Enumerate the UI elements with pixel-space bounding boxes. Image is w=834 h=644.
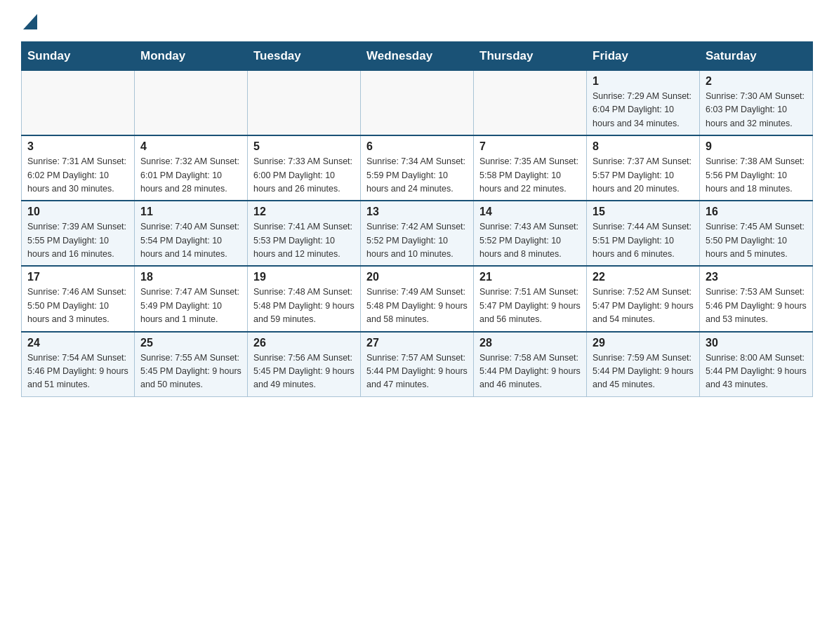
calendar-day-cell xyxy=(135,71,248,136)
day-info: Sunrise: 7:56 AM Sunset: 5:45 PM Dayligh… xyxy=(253,351,355,392)
day-number: 14 xyxy=(479,206,581,218)
day-info: Sunrise: 7:33 AM Sunset: 6:00 PM Dayligh… xyxy=(253,155,355,196)
day-info: Sunrise: 7:45 AM Sunset: 5:50 PM Dayligh… xyxy=(706,220,807,261)
day-number: 10 xyxy=(27,206,128,218)
day-of-week-header: Friday xyxy=(587,42,700,71)
calendar-week-row: 17Sunrise: 7:46 AM Sunset: 5:50 PM Dayli… xyxy=(22,266,813,331)
day-number: 25 xyxy=(140,337,241,349)
day-info: Sunrise: 7:43 AM Sunset: 5:52 PM Dayligh… xyxy=(479,220,581,261)
calendar-day-cell: 3Sunrise: 7:31 AM Sunset: 6:02 PM Daylig… xyxy=(22,135,135,201)
calendar-table: SundayMondayTuesdayWednesdayThursdayFrid… xyxy=(21,41,813,397)
day-number: 23 xyxy=(706,271,807,283)
day-info: Sunrise: 7:35 AM Sunset: 5:58 PM Dayligh… xyxy=(479,155,581,196)
calendar-day-cell: 18Sunrise: 7:47 AM Sunset: 5:49 PM Dayli… xyxy=(135,266,248,331)
calendar-day-cell: 27Sunrise: 7:57 AM Sunset: 5:44 PM Dayli… xyxy=(361,332,474,397)
calendar-day-cell: 17Sunrise: 7:46 AM Sunset: 5:50 PM Dayli… xyxy=(22,266,135,331)
day-number: 4 xyxy=(140,140,241,153)
day-of-week-header: Thursday xyxy=(474,42,587,71)
day-number: 29 xyxy=(593,337,694,349)
calendar-day-cell: 25Sunrise: 7:55 AM Sunset: 5:45 PM Dayli… xyxy=(135,332,248,397)
day-info: Sunrise: 7:34 AM Sunset: 5:59 PM Dayligh… xyxy=(366,155,468,196)
calendar-day-cell: 13Sunrise: 7:42 AM Sunset: 5:52 PM Dayli… xyxy=(361,201,474,266)
calendar-day-cell: 20Sunrise: 7:49 AM Sunset: 5:48 PM Dayli… xyxy=(361,266,474,331)
day-number: 30 xyxy=(706,337,807,349)
day-number: 20 xyxy=(366,271,468,283)
calendar-day-cell: 4Sunrise: 7:32 AM Sunset: 6:01 PM Daylig… xyxy=(135,135,248,201)
day-info: Sunrise: 7:40 AM Sunset: 5:54 PM Dayligh… xyxy=(140,220,241,261)
logo xyxy=(21,14,37,27)
day-number: 27 xyxy=(366,337,468,349)
calendar-day-cell xyxy=(248,71,361,136)
page-header xyxy=(21,14,813,27)
day-number: 8 xyxy=(593,140,694,153)
day-info: Sunrise: 7:57 AM Sunset: 5:44 PM Dayligh… xyxy=(366,351,468,392)
day-info: Sunrise: 7:48 AM Sunset: 5:48 PM Dayligh… xyxy=(253,286,355,326)
day-number: 22 xyxy=(593,271,694,283)
day-number: 11 xyxy=(140,206,241,218)
calendar-week-row: 1Sunrise: 7:29 AM Sunset: 6:04 PM Daylig… xyxy=(22,71,813,136)
day-number: 7 xyxy=(479,140,581,153)
day-number: 18 xyxy=(140,271,241,283)
day-info: Sunrise: 7:49 AM Sunset: 5:48 PM Dayligh… xyxy=(366,286,468,326)
day-info: Sunrise: 7:55 AM Sunset: 5:45 PM Dayligh… xyxy=(140,351,241,392)
calendar-day-cell: 10Sunrise: 7:39 AM Sunset: 5:55 PM Dayli… xyxy=(22,201,135,266)
calendar-day-cell: 16Sunrise: 7:45 AM Sunset: 5:50 PM Dayli… xyxy=(700,201,813,266)
day-info: Sunrise: 7:51 AM Sunset: 5:47 PM Dayligh… xyxy=(479,286,581,326)
calendar-day-cell: 23Sunrise: 7:53 AM Sunset: 5:46 PM Dayli… xyxy=(700,266,813,331)
svg-marker-0 xyxy=(23,14,37,29)
calendar-day-cell: 26Sunrise: 7:56 AM Sunset: 5:45 PM Dayli… xyxy=(248,332,361,397)
day-number: 15 xyxy=(593,206,694,218)
calendar-week-row: 24Sunrise: 7:54 AM Sunset: 5:46 PM Dayli… xyxy=(22,332,813,397)
calendar-week-row: 10Sunrise: 7:39 AM Sunset: 5:55 PM Dayli… xyxy=(22,201,813,266)
calendar-day-cell: 24Sunrise: 7:54 AM Sunset: 5:46 PM Dayli… xyxy=(22,332,135,397)
day-info: Sunrise: 8:00 AM Sunset: 5:44 PM Dayligh… xyxy=(706,351,807,392)
day-number: 24 xyxy=(27,337,128,349)
day-info: Sunrise: 7:32 AM Sunset: 6:01 PM Dayligh… xyxy=(140,155,241,196)
day-of-week-header: Wednesday xyxy=(361,42,474,71)
calendar-day-cell: 1Sunrise: 7:29 AM Sunset: 6:04 PM Daylig… xyxy=(587,71,700,136)
calendar-day-cell: 5Sunrise: 7:33 AM Sunset: 6:00 PM Daylig… xyxy=(248,135,361,201)
day-info: Sunrise: 7:29 AM Sunset: 6:04 PM Dayligh… xyxy=(593,90,694,130)
calendar-day-cell: 15Sunrise: 7:44 AM Sunset: 5:51 PM Dayli… xyxy=(587,201,700,266)
day-info: Sunrise: 7:47 AM Sunset: 5:49 PM Dayligh… xyxy=(140,286,241,326)
day-number: 26 xyxy=(253,337,355,349)
day-info: Sunrise: 7:54 AM Sunset: 5:46 PM Dayligh… xyxy=(27,351,128,392)
day-of-week-header: Sunday xyxy=(22,42,135,71)
day-info: Sunrise: 7:38 AM Sunset: 5:56 PM Dayligh… xyxy=(706,155,807,196)
day-number: 17 xyxy=(27,271,128,283)
calendar-day-cell: 19Sunrise: 7:48 AM Sunset: 5:48 PM Dayli… xyxy=(248,266,361,331)
day-number: 16 xyxy=(706,206,807,218)
day-of-week-header: Tuesday xyxy=(248,42,361,71)
calendar-day-cell: 29Sunrise: 7:59 AM Sunset: 5:44 PM Dayli… xyxy=(587,332,700,397)
day-number: 3 xyxy=(27,140,128,153)
day-info: Sunrise: 7:59 AM Sunset: 5:44 PM Dayligh… xyxy=(593,351,694,392)
calendar-day-cell: 22Sunrise: 7:52 AM Sunset: 5:47 PM Dayli… xyxy=(587,266,700,331)
calendar-day-cell: 9Sunrise: 7:38 AM Sunset: 5:56 PM Daylig… xyxy=(700,135,813,201)
day-info: Sunrise: 7:42 AM Sunset: 5:52 PM Dayligh… xyxy=(366,220,468,261)
day-of-week-header: Saturday xyxy=(700,42,813,71)
day-info: Sunrise: 7:52 AM Sunset: 5:47 PM Dayligh… xyxy=(593,286,694,326)
day-number: 13 xyxy=(366,206,468,218)
day-number: 21 xyxy=(479,271,581,283)
day-info: Sunrise: 7:53 AM Sunset: 5:46 PM Dayligh… xyxy=(706,286,807,326)
day-of-week-header: Monday xyxy=(135,42,248,71)
day-info: Sunrise: 7:37 AM Sunset: 5:57 PM Dayligh… xyxy=(593,155,694,196)
day-number: 2 xyxy=(706,75,807,88)
calendar-day-cell: 11Sunrise: 7:40 AM Sunset: 5:54 PM Dayli… xyxy=(135,201,248,266)
day-info: Sunrise: 7:44 AM Sunset: 5:51 PM Dayligh… xyxy=(593,220,694,261)
calendar-day-cell: 7Sunrise: 7:35 AM Sunset: 5:58 PM Daylig… xyxy=(474,135,587,201)
day-info: Sunrise: 7:30 AM Sunset: 6:03 PM Dayligh… xyxy=(706,90,807,130)
calendar-header-row: SundayMondayTuesdayWednesdayThursdayFrid… xyxy=(22,42,813,71)
day-info: Sunrise: 7:46 AM Sunset: 5:50 PM Dayligh… xyxy=(27,286,128,326)
calendar-day-cell xyxy=(474,71,587,136)
calendar-day-cell xyxy=(361,71,474,136)
calendar-day-cell: 12Sunrise: 7:41 AM Sunset: 5:53 PM Dayli… xyxy=(248,201,361,266)
calendar-week-row: 3Sunrise: 7:31 AM Sunset: 6:02 PM Daylig… xyxy=(22,135,813,201)
calendar-day-cell: 8Sunrise: 7:37 AM Sunset: 5:57 PM Daylig… xyxy=(587,135,700,201)
day-number: 5 xyxy=(253,140,355,153)
calendar-day-cell xyxy=(22,71,135,136)
day-number: 6 xyxy=(366,140,468,153)
day-info: Sunrise: 7:41 AM Sunset: 5:53 PM Dayligh… xyxy=(253,220,355,261)
day-number: 1 xyxy=(593,75,694,88)
day-info: Sunrise: 7:31 AM Sunset: 6:02 PM Dayligh… xyxy=(27,155,128,196)
